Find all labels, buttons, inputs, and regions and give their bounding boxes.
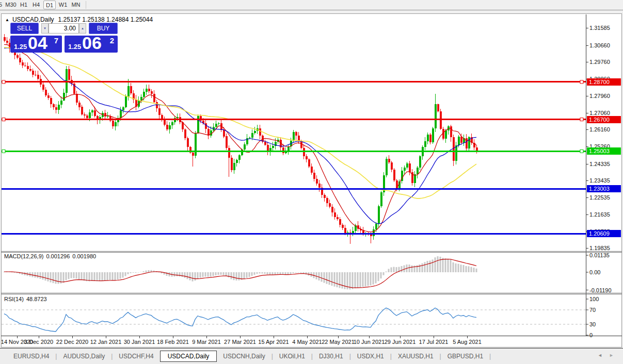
price-tick-label: 1.26160	[589, 126, 610, 133]
buy-price-big-digits: 06	[82, 33, 102, 53]
rsi-value: 48.8723	[26, 296, 47, 302]
macd-tick-label: 0.00	[589, 269, 600, 275]
rsi-tick-label: 100	[589, 296, 599, 302]
axes: 1.315851.306601.297601.288601.279601.270…	[1, 14, 622, 345]
date-label: 15 Apr 2021	[258, 339, 289, 345]
macd-signal-value: 0.001980	[72, 253, 96, 259]
sell-price-big-digits: 04	[28, 33, 47, 53]
tab-scroll-right-icon[interactable]: ►	[609, 353, 614, 358]
sell-price-button[interactable]: 1.25 04 7	[10, 36, 62, 53]
buy-price-base: 1.25	[68, 43, 81, 51]
price-level-badge: 1.26700	[587, 116, 621, 123]
date-label: 27 Mar 2021	[224, 339, 256, 345]
chart-tab-xauusd-h1[interactable]: XAUUSD,H1	[392, 351, 440, 361]
price-tick-label: 1.24335	[589, 161, 610, 167]
macd-label: MACD(12,26,9)0.0012960.001980	[4, 253, 99, 259]
timeframe-button-d1[interactable]: D1	[43, 1, 56, 9]
price-tick-label: 1.23435	[589, 177, 610, 184]
date-label: 30 Jan 2021	[124, 339, 155, 345]
sell-button[interactable]: SELL	[10, 23, 39, 34]
chart-tab-usdchf-h4[interactable]: USDCHF,H4	[113, 351, 159, 361]
price-tick-label: 1.29760	[589, 59, 610, 65]
macd-tick-label: -0.01190	[589, 287, 612, 293]
rsi-tick-label: 30	[589, 321, 596, 327]
buy-price-pip-digit: 2	[110, 36, 114, 45]
volume-increase-button[interactable]: ▲	[79, 23, 86, 34]
macd-value: 0.001296	[46, 253, 70, 259]
date-label: 12 Jan 2021	[90, 339, 122, 345]
price-tick-label: 1.31585	[589, 25, 610, 31]
horizontal-line-objects	[2, 80, 586, 234]
tab-scroll-left-icon[interactable]: ◄	[598, 353, 602, 358]
chart-tab-audusd-daily[interactable]: AUDUSD,Daily	[57, 351, 111, 361]
timeframe-button-h1[interactable]: H1	[18, 1, 30, 9]
volume-decrease-button[interactable]: ▼	[41, 23, 49, 34]
buy-price-button[interactable]: 1.25 06 2	[65, 36, 118, 53]
date-label: 10 Jun 2021	[354, 339, 385, 345]
price-tick-label: 1.22535	[589, 194, 610, 201]
timeframe-button-h4[interactable]: H4	[30, 1, 42, 9]
price-level-badge: 1.28700	[587, 78, 621, 86]
price-tick-label: 1.19835	[589, 245, 610, 251]
chart-tab-bar: EURUSD,H4|AUDUSD,Daily|USDCHF,H4USDCAD,D…	[0, 349, 623, 364]
buy-button[interactable]: BUY	[89, 23, 118, 34]
panel-collapse-icon[interactable]: ▲	[5, 18, 9, 22]
toolbar-separator	[86, 1, 86, 9]
date-label: 22 May 2021	[322, 339, 355, 345]
timeframe-button-mn[interactable]: MN	[70, 1, 82, 9]
date-label: 17 Jul 2021	[419, 339, 449, 345]
date-label: 18 Feb 2021	[157, 339, 189, 345]
date-label: 22 Dec 2020	[56, 339, 88, 345]
timeframe-button-m30[interactable]: M30	[4, 1, 18, 9]
date-label: 29 Jun 2021	[385, 339, 416, 345]
rsi-label: RSI(14)48.8723	[4, 296, 50, 302]
timeframe-button-5[interactable]: 5	[0, 1, 3, 9]
price-chart-canvas[interactable]: 1.315851.306601.297601.288601.279601.270…	[0, 0, 623, 364]
price-level-badge: 1.23003	[587, 185, 621, 192]
chart-tab-ukoil-h1[interactable]: UKOil,H1	[273, 351, 311, 361]
price-level-badge: 1.25003	[587, 147, 621, 155]
chart-tab-eurusd-h4[interactable]: EURUSD,H4	[7, 351, 55, 361]
rsi-tick-label: 0	[589, 332, 593, 338]
candles-and-mas	[4, 34, 478, 244]
rsi-name: RSI(14)	[4, 296, 24, 302]
chart-tab-dj30-h1[interactable]: DJ30,H1	[313, 351, 349, 361]
timeframe-button-w1[interactable]: W1	[57, 1, 69, 9]
sell-price-base: 1.25	[14, 43, 27, 51]
chart-tab-gbpusd-h1[interactable]: GBPUSD,H1	[441, 351, 489, 361]
sell-price-pip-digit: 7	[54, 36, 58, 45]
chart-tab-usdcnh-daily[interactable]: USDCNH,Daily	[217, 351, 271, 361]
volume-input[interactable]: 3.00	[49, 23, 79, 34]
price-tick-label: 1.27060	[589, 110, 610, 116]
price-tick-label: 1.27960	[589, 93, 610, 99]
date-label: 4 May 2021	[292, 339, 322, 345]
chart-tab-usdcad-daily[interactable]: USDCAD,Daily	[160, 351, 217, 362]
date-label: 5 Aug 2021	[453, 339, 482, 345]
price-level-badge: 1.20609	[587, 230, 621, 237]
chart-tab-usdx-h1[interactable]: USDX,H1	[351, 351, 390, 361]
one-click-trading-panel: SELL ▼ 3.00 ▲ BUY 1.25 04 7 1.25 06 2	[10, 22, 118, 53]
macd-name: MACD(12,26,9)	[4, 253, 43, 259]
price-tick-label: 1.30660	[589, 42, 610, 48]
date-label: 9 Mar 2021	[192, 339, 221, 345]
tab-separator: |	[489, 353, 491, 360]
timeframe-toolbar: 5M30H1H4D1W1MN	[0, 0, 623, 10]
macd-plot	[4, 256, 477, 289]
date-label: 3 Dec 2020	[24, 339, 53, 345]
chart-tabs: EURUSD,H4|AUDUSD,Daily|USDCHF,H4USDCAD,D…	[7, 351, 491, 363]
price-tick-label: 1.21635	[589, 211, 610, 218]
macd-tick-label: 0.01135	[589, 252, 610, 258]
rsi-plot	[2, 308, 586, 332]
rsi-tick-label: 70	[589, 307, 596, 313]
